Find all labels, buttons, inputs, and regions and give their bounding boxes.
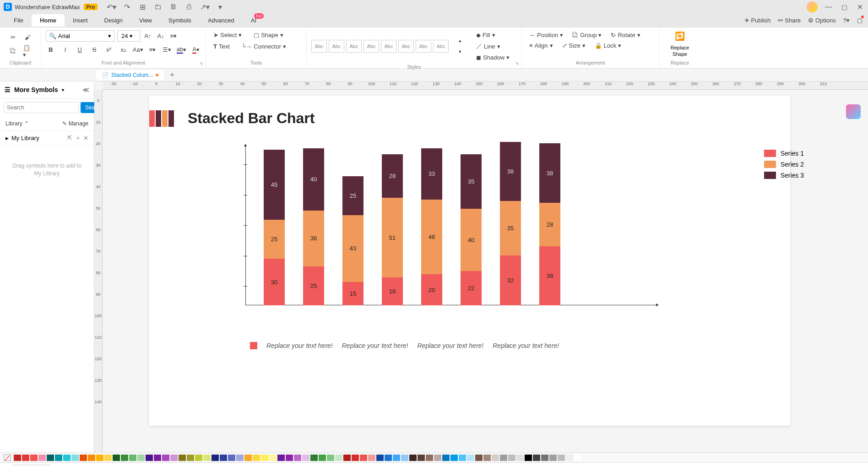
color-swatch[interactable] xyxy=(253,455,260,461)
share-button[interactable]: ⚯Share xyxy=(778,17,801,24)
manage-library-button[interactable]: ✎Manage xyxy=(62,120,88,127)
bar-segment[interactable]: 20 xyxy=(421,274,442,305)
decrease-font-button[interactable]: A↓ xyxy=(156,31,166,41)
color-swatch[interactable] xyxy=(294,455,301,461)
select-tool-button[interactable]: ➤Select ▾ xyxy=(211,30,244,40)
bar-segment[interactable]: 48 xyxy=(421,200,442,274)
bar-segment[interactable]: 30 xyxy=(264,259,285,305)
color-swatch[interactable] xyxy=(170,455,178,461)
page-tab[interactable]: Page-1 xyxy=(77,464,104,466)
font-size-select[interactable]: 24 ▾ xyxy=(117,30,140,42)
bar-segment[interactable]: 25 xyxy=(303,266,324,305)
gallery-up[interactable]: ▲ xyxy=(455,36,465,46)
color-swatch[interactable] xyxy=(146,455,153,461)
color-swatch[interactable] xyxy=(352,455,359,461)
align-button[interactable]: ≡▾ xyxy=(168,31,179,41)
color-swatch[interactable] xyxy=(434,455,441,461)
color-swatch[interactable] xyxy=(516,455,524,461)
bar-segment[interactable]: 40 xyxy=(461,209,482,271)
bar-segment[interactable]: 32 xyxy=(500,255,521,305)
menu-symbols[interactable]: Symbols xyxy=(160,14,200,27)
case-button[interactable]: Aa▾ xyxy=(133,44,143,54)
bar-segment[interactable]: 40 xyxy=(303,148,324,211)
close-lib-button[interactable]: ✕ xyxy=(83,135,88,141)
bar-column[interactable]: 452530ategory xyxy=(264,150,285,305)
user-avatar[interactable] xyxy=(807,1,818,12)
chart-legend[interactable]: Series 1Series 2Series 3 xyxy=(764,150,804,179)
color-swatch[interactable] xyxy=(121,455,128,461)
italic-button[interactable]: I xyxy=(60,44,71,54)
strike-button[interactable]: S xyxy=(89,44,99,54)
new-button[interactable]: ⊞ xyxy=(138,2,147,11)
underline-button[interactable]: U xyxy=(75,44,85,54)
color-swatch[interactable] xyxy=(549,455,557,461)
color-swatch[interactable] xyxy=(302,455,309,461)
ai-assistant-button[interactable] xyxy=(846,104,861,119)
bar-segment[interactable]: 38 xyxy=(500,142,521,201)
bar-segment[interactable]: 45 xyxy=(264,150,285,220)
bar-column[interactable]: 285118ategory xyxy=(382,154,403,305)
color-swatch[interactable] xyxy=(71,455,79,461)
bar-segment[interactable]: 38 xyxy=(539,246,560,305)
font-family-select[interactable]: 🔍Arial▾ xyxy=(46,30,114,42)
color-swatch[interactable] xyxy=(228,455,235,461)
color-swatch[interactable] xyxy=(393,455,400,461)
color-swatch[interactable] xyxy=(368,455,375,461)
drawing-canvas[interactable]: Stacked Bar Chart 452530ategory403625ate… xyxy=(149,96,790,426)
legend-item[interactable]: Series 1 xyxy=(764,150,804,157)
gallery-down[interactable]: ▼ xyxy=(455,47,465,57)
format-painter-button[interactable]: 🖌 xyxy=(23,33,33,43)
color-swatch[interactable] xyxy=(55,455,62,461)
library-dropdown[interactable]: Library ⌃ xyxy=(5,120,29,127)
color-swatch[interactable] xyxy=(475,455,483,461)
undo-button[interactable]: ↶▾ xyxy=(107,2,116,11)
style-swatch[interactable]: Abc xyxy=(433,40,449,53)
redo-button[interactable]: ↷ xyxy=(122,2,131,11)
color-swatch[interactable] xyxy=(195,455,202,461)
bar-segment[interactable]: 51 xyxy=(382,198,403,277)
superscript-button[interactable]: x² xyxy=(104,44,114,54)
color-swatch[interactable] xyxy=(104,455,112,461)
style-swatch[interactable]: Abc xyxy=(398,40,414,53)
bar-segment[interactable]: 35 xyxy=(500,201,521,255)
color-swatch[interactable] xyxy=(203,455,211,461)
color-swatch[interactable] xyxy=(525,455,532,461)
bar-column[interactable]: 383532ategory xyxy=(500,142,521,305)
replace-shape-button[interactable]: Replace Shape xyxy=(664,45,696,57)
color-swatch[interactable] xyxy=(113,455,120,461)
color-swatch[interactable] xyxy=(450,455,458,461)
bar-column[interactable]: 382838ategory xyxy=(539,143,560,305)
style-swatch[interactable]: Abc xyxy=(311,40,327,53)
legend-item[interactable]: Series 3 xyxy=(764,172,804,179)
menu-file[interactable]: File xyxy=(5,14,32,27)
color-swatch[interactable] xyxy=(14,455,21,461)
color-swatch[interactable] xyxy=(558,455,565,461)
bar-segment[interactable]: 15 xyxy=(342,282,363,305)
increase-font-button[interactable]: A↑ xyxy=(143,31,153,41)
color-swatch[interactable] xyxy=(500,455,507,461)
color-swatch[interactable] xyxy=(418,455,425,461)
color-swatch[interactable] xyxy=(30,455,38,461)
color-swatch[interactable] xyxy=(385,455,392,461)
export-button[interactable]: ↗▾ xyxy=(200,2,209,11)
placeholder-text-row[interactable]: Replace your text here! Replace your tex… xyxy=(250,342,790,349)
color-swatch[interactable] xyxy=(541,455,548,461)
color-swatch[interactable] xyxy=(154,455,161,461)
color-swatch[interactable] xyxy=(22,455,29,461)
color-swatch[interactable] xyxy=(277,455,285,461)
line-spacing-button[interactable]: ≡▾ xyxy=(147,44,157,54)
color-swatch[interactable] xyxy=(179,455,186,461)
menu-insert[interactable]: Insert xyxy=(65,14,96,27)
align-arr-button[interactable]: ≡Align▾ xyxy=(526,41,556,50)
position-button[interactable]: ↔Position▾ xyxy=(526,30,566,40)
open-button[interactable]: 🗀 xyxy=(153,2,163,11)
color-swatch[interactable] xyxy=(459,455,466,461)
expand-icon[interactable]: ▶ xyxy=(5,136,9,141)
line-button[interactable]: ／Line▾ xyxy=(473,41,512,52)
rotate-button[interactable]: ↻Rotate▾ xyxy=(608,30,643,40)
bar-column[interactable]: 334820ategory xyxy=(421,148,442,305)
bold-button[interactable]: B xyxy=(46,44,56,54)
collapse-sidebar-button[interactable]: ≪ xyxy=(82,86,89,93)
color-swatch[interactable] xyxy=(96,455,103,461)
paste-button[interactable]: 📋▾ xyxy=(23,46,33,56)
